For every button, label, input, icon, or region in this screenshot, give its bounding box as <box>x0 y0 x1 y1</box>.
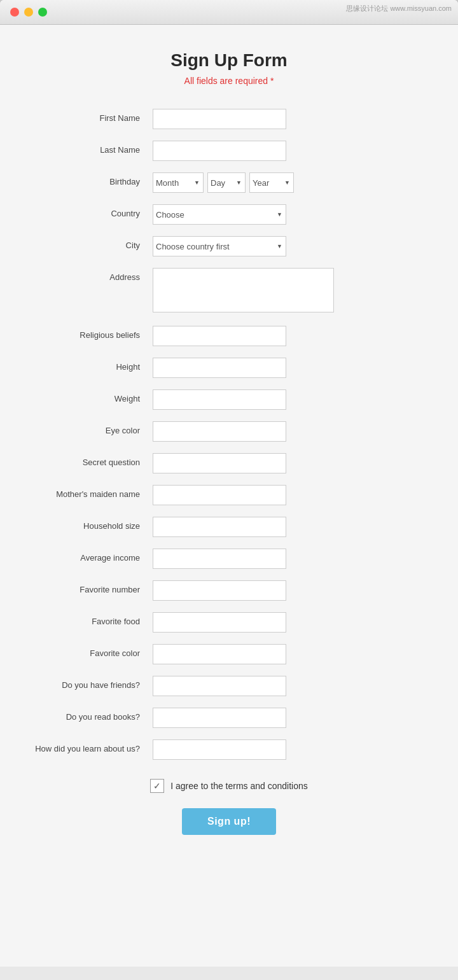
country-row: Country Choose United States United King… <box>25 204 433 225</box>
average-income-input[interactable] <box>153 549 286 569</box>
favorite-color-input[interactable] <box>153 644 286 664</box>
secret-question-row: Secret question <box>25 453 433 473</box>
have-friends-row: Do you have friends? <box>25 676 433 696</box>
height-row: Height <box>25 358 433 378</box>
average-income-row: Average income <box>25 549 433 569</box>
minimize-button[interactable] <box>24 8 33 17</box>
read-books-input[interactable] <box>153 708 286 728</box>
page-title: Sign Up Form <box>25 50 433 71</box>
last-name-label: Last Name <box>25 141 153 155</box>
eye-color-input[interactable] <box>153 421 286 442</box>
city-field: Choose country first <box>153 236 433 256</box>
signup-button[interactable]: Sign up! <box>182 808 276 835</box>
address-field <box>153 268 433 314</box>
read-books-row: Do you read books? <box>25 708 433 728</box>
country-label: Country <box>25 204 153 218</box>
country-select[interactable]: Choose United States United Kingdom Cana… <box>153 204 286 225</box>
average-income-label: Average income <box>25 549 153 563</box>
mothers-maiden-name-row: Mother's maiden name <box>25 485 433 505</box>
height-input[interactable] <box>153 358 286 378</box>
religious-beliefs-field <box>153 326 433 346</box>
last-name-row: Last Name <box>25 141 433 161</box>
browser-window: Sign Up Form All fields are required * F… <box>0 0 458 980</box>
learn-about-us-field <box>153 739 433 760</box>
religious-beliefs-input[interactable] <box>153 326 286 346</box>
religious-beliefs-label: Religious beliefs <box>25 326 153 340</box>
year-wrapper: Year 200019991998 <box>249 172 294 193</box>
secret-question-input[interactable] <box>153 453 286 473</box>
terms-checkbox[interactable]: ✓ <box>150 779 164 793</box>
eye-color-label: Eye color <box>25 421 153 435</box>
city-row: City Choose country first <box>25 236 433 256</box>
learn-about-us-input[interactable] <box>153 739 286 760</box>
birthday-field: Month JanuaryFebruaryMarch AprilMayJune … <box>153 172 433 193</box>
page-content: Sign Up Form All fields are required * F… <box>0 25 458 967</box>
month-select[interactable]: Month JanuaryFebruaryMarch AprilMayJune … <box>153 172 204 193</box>
religious-beliefs-row: Religious beliefs <box>25 326 433 346</box>
birthday-row: Birthday Month JanuaryFebruaryMarch Apri… <box>25 172 433 193</box>
have-friends-field <box>153 676 433 696</box>
day-select[interactable]: Day 1234 5678 910 <box>207 172 246 193</box>
last-name-input[interactable] <box>153 141 286 161</box>
read-books-label: Do you read books? <box>25 708 153 722</box>
address-row: Address <box>25 268 433 314</box>
household-size-label: Household size <box>25 517 153 531</box>
secret-question-field <box>153 453 433 473</box>
terms-row: ✓ I agree to the terms and conditions <box>25 779 433 793</box>
average-income-field <box>153 549 433 569</box>
household-size-input[interactable] <box>153 517 286 537</box>
city-select[interactable]: Choose country first <box>153 236 286 256</box>
first-name-row: First Name <box>25 109 433 129</box>
weight-label: Weight <box>25 389 153 403</box>
required-notice: All fields are required * <box>25 76 433 86</box>
favorite-color-label: Favorite color <box>25 644 153 658</box>
first-name-field <box>153 109 433 129</box>
day-wrapper: Day 1234 5678 910 <box>207 172 246 193</box>
favorite-food-label: Favorite food <box>25 612 153 626</box>
have-friends-label: Do you have friends? <box>25 676 153 690</box>
eye-color-row: Eye color <box>25 421 433 442</box>
address-label: Address <box>25 268 153 282</box>
weight-field <box>153 389 433 410</box>
favorite-color-row: Favorite color <box>25 644 433 664</box>
watermark-text: 思缘设计论坛 www.missyuan.com <box>346 4 452 13</box>
favorite-food-input[interactable] <box>153 612 286 633</box>
month-wrapper: Month JanuaryFebruaryMarch AprilMayJune … <box>153 172 204 193</box>
maximize-button[interactable] <box>38 8 47 17</box>
learn-about-us-row: How did you learn about us? <box>25 739 433 760</box>
country-wrapper: Choose United States United Kingdom Cana… <box>153 204 286 225</box>
favorite-color-field <box>153 644 433 664</box>
household-size-row: Household size <box>25 517 433 537</box>
mothers-maiden-name-label: Mother's maiden name <box>25 485 153 499</box>
favorite-number-row: Favorite number <box>25 580 433 601</box>
have-friends-input[interactable] <box>153 676 286 696</box>
learn-about-us-label: How did you learn about us? <box>25 739 153 753</box>
weight-input[interactable] <box>153 389 286 410</box>
form-container: Sign Up Form All fields are required * F… <box>25 50 433 835</box>
mothers-maiden-name-input[interactable] <box>153 485 286 505</box>
close-button[interactable] <box>10 8 19 17</box>
address-textarea[interactable] <box>153 268 334 312</box>
last-name-field <box>153 141 433 161</box>
birthday-label: Birthday <box>25 172 153 186</box>
first-name-input[interactable] <box>153 109 286 129</box>
terms-label: I agree to the terms and conditions <box>170 781 308 791</box>
height-label: Height <box>25 358 153 372</box>
weight-row: Weight <box>25 389 433 410</box>
first-name-label: First Name <box>25 109 153 123</box>
read-books-field <box>153 708 433 728</box>
favorite-number-input[interactable] <box>153 580 286 601</box>
checkmark-icon: ✓ <box>153 781 161 791</box>
city-wrapper: Choose country first <box>153 236 286 256</box>
favorite-food-field <box>153 612 433 633</box>
year-select[interactable]: Year 200019991998 <box>249 172 294 193</box>
secret-question-label: Secret question <box>25 453 153 467</box>
city-label: City <box>25 236 153 250</box>
height-field <box>153 358 433 378</box>
mothers-maiden-name-field <box>153 485 433 505</box>
eye-color-field <box>153 421 433 442</box>
household-size-field <box>153 517 433 537</box>
favorite-number-field <box>153 580 433 601</box>
favorite-food-row: Favorite food <box>25 612 433 633</box>
country-field: Choose United States United Kingdom Cana… <box>153 204 433 225</box>
